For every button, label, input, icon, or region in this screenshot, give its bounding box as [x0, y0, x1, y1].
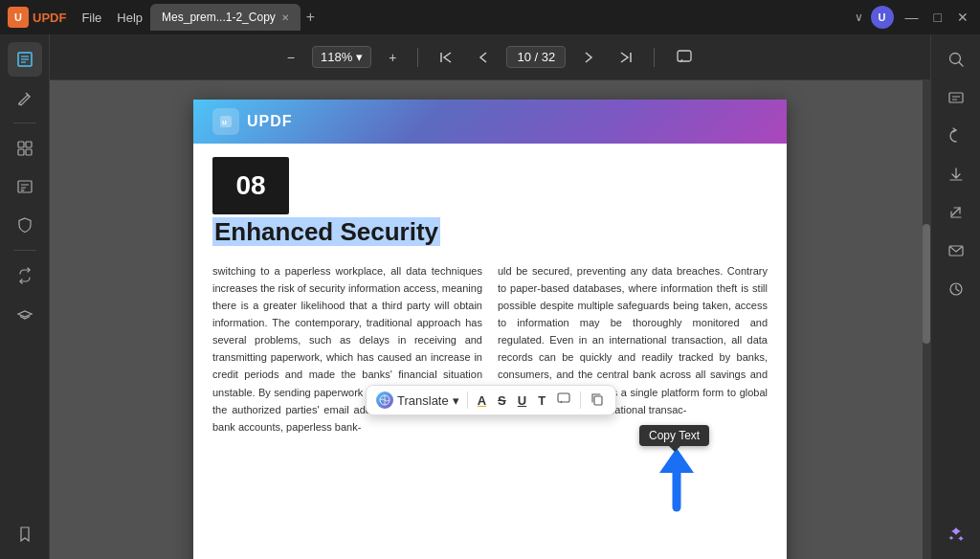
translate-chevron-icon[interactable]: ▾: [453, 393, 459, 408]
underline-icon[interactable]: U: [516, 393, 528, 408]
updf-banner-logo: u: [212, 108, 239, 135]
comment-toolbar-icon[interactable]: [555, 392, 572, 409]
pdf-title: Enhanced Security: [212, 217, 440, 246]
copy-icon[interactable]: [589, 392, 606, 409]
svg-rect-16: [678, 51, 691, 61]
scrollbar-track[interactable]: [923, 80, 930, 559]
toolbar: − 118% ▾ + 10 / 32: [50, 34, 930, 80]
add-tab-button[interactable]: +: [306, 9, 315, 26]
blue-arrow: [659, 446, 694, 517]
tab-bar: Mes_prem...1-2_Copy ✕ +: [150, 4, 846, 31]
right-ai-icon[interactable]: [939, 517, 973, 551]
tab-close-button[interactable]: ✕: [281, 12, 289, 23]
svg-line-31: [952, 208, 960, 215]
chevron-down-icon[interactable]: ∨: [855, 11, 863, 24]
sidebar-divider: [13, 123, 36, 123]
translate-icon: [376, 391, 393, 409]
right-ocr-icon[interactable]: [939, 80, 973, 115]
minimize-button[interactable]: —: [902, 10, 923, 25]
svg-rect-9: [26, 149, 32, 155]
zoom-display: 118% ▾: [312, 46, 371, 68]
svg-rect-27: [949, 93, 963, 102]
app-name: UPDF: [33, 11, 66, 25]
svg-rect-21: [558, 393, 569, 402]
translate-label: Translate: [397, 393, 449, 408]
help-menu[interactable]: Help: [117, 11, 143, 25]
sidebar-icon-annotate[interactable]: [8, 80, 42, 115]
right-rotate-icon[interactable]: [939, 119, 973, 153]
sidebar-icon-organize[interactable]: [8, 131, 42, 166]
page-display: 10 / 32: [506, 46, 566, 68]
zoom-in-button[interactable]: +: [383, 46, 402, 69]
zoom-chevron[interactable]: ▾: [356, 50, 363, 64]
svg-rect-8: [18, 149, 24, 155]
maximize-button[interactable]: □: [930, 10, 946, 25]
right-share-icon[interactable]: [939, 195, 973, 230]
right-search-icon[interactable]: [939, 42, 973, 77]
page-separator: /: [535, 50, 542, 64]
svg-rect-13: [21, 190, 24, 191]
titlebar: U UPDF File Help Mes_prem...1-2_Copy ✕ +…: [0, 0, 980, 34]
pdf-viewport[interactable]: u UPDF 08 Enhanced Security: [50, 80, 930, 559]
content-area: u UPDF 08 Enhanced Security: [50, 80, 930, 559]
sidebar-icon-protect[interactable]: [8, 208, 42, 242]
svg-rect-6: [18, 142, 24, 147]
toolbar-separator-2: [654, 48, 655, 67]
active-tab[interactable]: Mes_prem...1-2_Copy ✕: [150, 4, 301, 31]
total-pages: 32: [542, 50, 555, 64]
floating-toolbar: Translate ▾ A S U T: [366, 385, 616, 415]
main-layout: − 118% ▾ + 10 / 32: [0, 34, 980, 559]
right-history-icon[interactable]: [939, 272, 973, 306]
updf-banner-title: UPDF: [247, 113, 293, 130]
strikethrough-icon[interactable]: S: [496, 393, 508, 408]
sidebar-icon-edit[interactable]: [8, 42, 42, 77]
right-extract-icon[interactable]: [939, 157, 973, 191]
first-page-button[interactable]: [434, 47, 458, 68]
sidebar-icon-bookmark[interactable]: [8, 517, 42, 551]
svg-rect-22: [594, 396, 602, 405]
user-avatar[interactable]: U: [871, 6, 894, 29]
last-page-button[interactable]: [613, 47, 638, 68]
right-sidebar-bottom: [939, 517, 973, 551]
sidebar-bottom: [8, 517, 42, 551]
translate-button[interactable]: Translate ▾: [376, 391, 459, 409]
svg-text:u: u: [222, 118, 227, 126]
zoom-level: 118%: [321, 50, 352, 64]
toolbar-separator: [417, 48, 418, 67]
sidebar-icon-layers[interactable]: [8, 297, 42, 331]
titlebar-right: ∨ U — □ ✕: [855, 6, 972, 29]
svg-rect-7: [26, 142, 32, 147]
copy-text-tooltip: Copy Text: [639, 425, 709, 446]
tab-title: Mes_prem...1-2_Copy: [162, 11, 276, 24]
current-page[interactable]: 10: [517, 50, 530, 64]
sidebar-right: [930, 34, 980, 559]
close-button[interactable]: ✕: [953, 10, 972, 25]
sidebar-icon-form[interactable]: [8, 169, 42, 204]
app-logo: U UPDF: [8, 7, 66, 28]
sidebar-icon-convert[interactable]: [8, 258, 42, 293]
highlight-icon[interactable]: A: [476, 393, 488, 408]
next-page-button[interactable]: [577, 47, 602, 68]
prev-page-button[interactable]: [470, 47, 495, 68]
svg-rect-10: [18, 181, 32, 192]
text-icon[interactable]: T: [536, 393, 547, 408]
right-mail-icon[interactable]: [939, 234, 973, 268]
logo-icon: U: [8, 7, 29, 28]
sidebar-divider-2: [13, 250, 36, 251]
zoom-out-button[interactable]: −: [281, 46, 301, 69]
comment-button[interactable]: [670, 45, 699, 70]
pdf-page: u UPDF 08 Enhanced Security: [193, 100, 787, 559]
scrollbar-thumb[interactable]: [923, 224, 930, 344]
sidebar-left: [0, 34, 50, 559]
ft-separator-2: [580, 391, 581, 409]
menu-bar: File Help: [81, 11, 143, 25]
svg-line-26: [959, 62, 963, 66]
pdf-header-banner: u UPDF: [193, 100, 787, 144]
file-menu[interactable]: File: [81, 11, 101, 25]
ft-separator-1: [467, 391, 468, 409]
